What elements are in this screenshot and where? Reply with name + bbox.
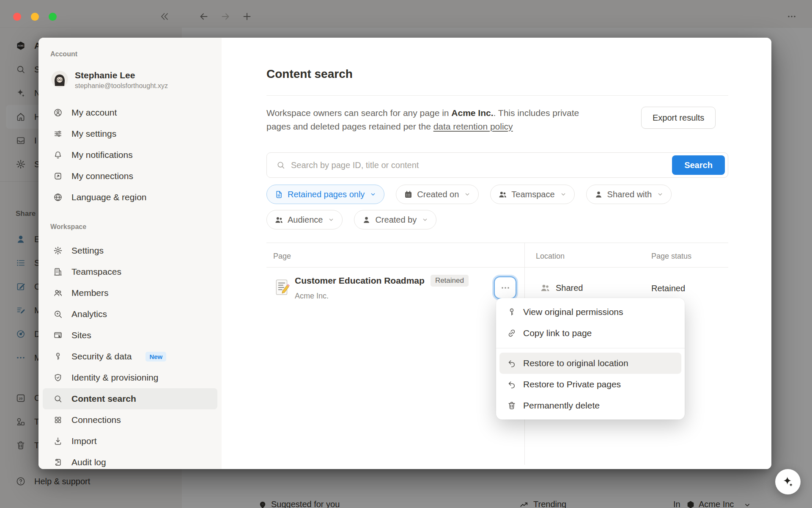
undo-icon — [507, 380, 516, 389]
export-results-button[interactable]: Export results — [641, 107, 716, 129]
sidebar-item-my-connections[interactable]: My connections — [43, 166, 217, 187]
menu-item-view-original-permissions[interactable]: View original permissions — [499, 301, 681, 323]
filter-chip-retained-pages-only[interactable]: Retained pages only — [266, 185, 384, 204]
page-row-title[interactable]: Customer Education Roadmap — [295, 276, 425, 286]
sidebar-item-analytics[interactable]: Analytics — [43, 304, 217, 325]
sidebar-item-label: Audit log — [71, 457, 106, 467]
workspace-section-label: Workspace — [50, 223, 222, 232]
menu-item-restore-to-private-pages[interactable]: Restore to Private pages — [499, 374, 681, 395]
sidebar-item-label: Members — [71, 288, 109, 298]
user-email: stephanie@toolsforthought.xyz — [75, 82, 168, 90]
minimize-window-button[interactable] — [31, 13, 39, 21]
menu-divider — [496, 348, 685, 348]
menu-item-permanently-delete[interactable]: Permanently delete — [499, 395, 681, 416]
sidebar-item-settings[interactable]: Settings — [43, 240, 217, 261]
filter-chip-created-by[interactable]: Created by — [354, 210, 436, 229]
description-text: Workspace owners can search for any page… — [266, 108, 451, 118]
shield-check-icon — [53, 373, 63, 382]
filter-chip-shared-with[interactable]: Shared with — [586, 185, 672, 204]
sidebar-item-my-account[interactable]: My account — [43, 102, 217, 123]
building-icon — [53, 267, 63, 276]
data-retention-policy-link[interactable]: data retention policy — [433, 121, 513, 131]
search-icon — [53, 394, 63, 403]
location-label: Shared — [556, 283, 583, 293]
link-icon — [507, 329, 516, 338]
person-filled-icon — [362, 215, 371, 224]
sidebar-item-label: My connections — [71, 171, 133, 181]
calendar-filled-icon — [404, 190, 413, 199]
search-input[interactable]: Search by page ID, title or content Sear… — [266, 152, 728, 178]
filter-chip-label: Created on — [417, 190, 459, 199]
row-more-button[interactable] — [495, 277, 516, 298]
people-icon — [540, 283, 550, 293]
column-header-status: Page status — [651, 252, 691, 261]
table-header-border — [266, 267, 728, 268]
bell-icon — [53, 150, 63, 160]
gear-icon — [53, 246, 63, 255]
menu-item-copy-link-to-page[interactable]: Copy link to page — [499, 323, 681, 344]
menu-item-label: Restore to original location — [523, 358, 628, 368]
avatar — [51, 71, 68, 88]
sliders-icon — [53, 129, 63, 138]
sparkle-icon — [782, 475, 794, 488]
sidebar-item-label: Content search — [71, 394, 136, 404]
sidebar-item-sites[interactable]: Sites — [43, 325, 217, 346]
sidebar-item-language-region[interactable]: Language & region — [43, 187, 217, 208]
page-title: Content search — [266, 67, 353, 81]
column-header-location: Location — [536, 252, 565, 261]
sidebar-item-identity-provisioning[interactable]: Identity & provisioning — [43, 367, 217, 388]
table-row[interactable]: Customer Education Roadmap Retained — [295, 275, 469, 287]
column-header-page: Page — [273, 252, 291, 261]
sidebar-item-import[interactable]: Import — [43, 431, 217, 452]
settings-sidebar: Account Stephanie Lee stephanie@toolsfor… — [38, 38, 222, 469]
page-row-location: Shared — [540, 283, 583, 293]
filter-chip-teamspace[interactable]: Teamspace — [490, 185, 574, 204]
sidebar-item-label: Sites — [71, 330, 91, 340]
settings-modal: Account Stephanie Lee stephanie@toolsfor… — [38, 38, 771, 469]
people-icon — [53, 288, 63, 298]
menu-item-label: Restore to Private pages — [523, 379, 621, 389]
sidebar-item-label: Security & data — [71, 351, 132, 362]
arrow-up-right-box-icon — [53, 171, 63, 181]
sidebar-item-label: Settings — [71, 246, 104, 256]
import-icon — [53, 436, 63, 446]
sidebar-item-members[interactable]: Members — [43, 282, 217, 304]
people-filled-icon — [498, 190, 507, 199]
description: Workspace owners can search for any page… — [266, 106, 588, 133]
file-doc-icon — [274, 190, 283, 199]
sidebar-item-connections[interactable]: Connections — [43, 409, 217, 431]
person-filled-icon — [594, 190, 603, 199]
chevron-down-icon — [560, 191, 567, 198]
ai-assistant-button[interactable] — [775, 469, 801, 494]
menu-item-label: Copy link to page — [523, 328, 592, 338]
account-user[interactable]: Stephanie Lee stephanie@toolsforthought.… — [51, 71, 222, 90]
key-icon — [53, 352, 63, 361]
filter-chip-created-on[interactable]: Created on — [396, 185, 479, 204]
close-window-button[interactable] — [13, 13, 21, 21]
sites-icon — [53, 331, 63, 340]
new-badge: New — [145, 352, 166, 362]
sidebar-item-label: My settings — [71, 129, 116, 139]
sidebar-item-label: Import — [71, 436, 97, 446]
sidebar-item-content-search[interactable]: Content search — [43, 388, 217, 409]
page-row-status: Retained — [651, 284, 685, 293]
filter-chip-label: Audience — [288, 215, 323, 225]
search-button[interactable]: Search — [672, 155, 725, 175]
trash-icon — [507, 401, 516, 410]
zoom-window-button[interactable] — [49, 13, 57, 21]
user-name: Stephanie Lee — [75, 71, 168, 80]
sidebar-item-teamspaces[interactable]: Teamspaces — [43, 261, 217, 282]
sidebar-item-audit-log[interactable]: Audit log — [43, 452, 217, 469]
filter-chip-label: Shared with — [607, 190, 652, 199]
audit-icon — [53, 458, 63, 467]
workspace-name: Acme Inc. — [451, 108, 493, 118]
sidebar-item-my-settings[interactable]: My settings — [43, 123, 217, 144]
memo-page-icon — [274, 279, 290, 296]
sidebar-item-security-data[interactable]: Security & data New — [43, 346, 217, 367]
chevron-down-icon — [370, 191, 376, 198]
sidebar-item-label: Language & region — [71, 192, 147, 202]
sidebar-item-label: Teamspaces — [71, 267, 121, 277]
sidebar-item-my-notifications[interactable]: My notifications — [43, 144, 217, 166]
menu-item-restore-to-original-location[interactable]: Restore to original location — [499, 353, 681, 374]
filter-chip-audience[interactable]: Audience — [266, 210, 343, 229]
